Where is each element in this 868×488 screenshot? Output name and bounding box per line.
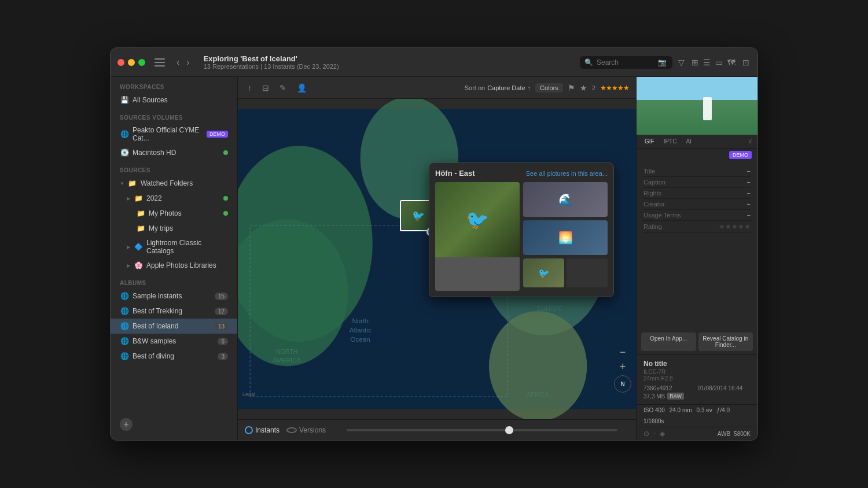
popup-photo-large[interactable]: 🐦 <box>435 182 520 291</box>
sort-direction-icon: ↑ <box>528 84 531 91</box>
photo-info-section: No title ILCE-7R 24mm F2.8 7360x4912 01/… <box>637 354 757 404</box>
zoom-plus-btn[interactable]: + <box>620 361 626 373</box>
search-input[interactable] <box>597 58 654 66</box>
sidebar-item-bw-samples[interactable]: 🌐 B&W samples 6 <box>111 334 237 349</box>
svg-text:Ocean: Ocean <box>351 335 370 343</box>
album-name-4: Best of diving <box>133 352 214 360</box>
album-count-3: 6 <box>218 338 228 345</box>
instants-icon <box>245 426 253 434</box>
grid-view-icon[interactable]: ⊞ <box>690 57 700 68</box>
dimensions: 7360x4912 <box>643 385 697 391</box>
back-button[interactable]: ‹ <box>174 56 182 69</box>
sidebar-toggle-button[interactable] <box>155 58 165 66</box>
add-button[interactable]: + <box>120 418 133 431</box>
map-area[interactable]: North Atlantic Ocean NORTH AMERICA EUROP… <box>238 99 636 419</box>
temp-label: 5800K <box>734 431 751 437</box>
toolbar: ↑ ⊟ ✎ 👤 Sort on Capture Date ↑ Colors ⚑ … <box>238 77 636 99</box>
location-popup: Höfn - East See all pictures in this are… <box>429 162 614 297</box>
expand-icon-2022: ▶ <box>127 196 130 201</box>
upload-icon[interactable]: ↑ <box>245 82 255 94</box>
sidebar-item-best-iceland[interactable]: 🌐 Best of Iceland 13 <box>111 319 237 334</box>
sidebar-item-2022[interactable]: ▶ 📁 2022 <box>111 191 237 206</box>
colors-btn[interactable]: Colors <box>535 83 563 93</box>
meta-key-title: Title <box>643 168 655 175</box>
versions-button[interactable]: Versions <box>286 426 326 434</box>
folder-icon: 📁 <box>128 179 137 188</box>
filter-icon[interactable]: ▽ <box>677 57 686 68</box>
sidebar-item-apple-photos[interactable]: ▶ 🌸 Apple Photos Libraries <box>111 258 237 273</box>
minimize-button[interactable] <box>128 59 135 66</box>
popup-see-all-link[interactable]: See all pictures in this area... <box>526 170 608 177</box>
tab-gif[interactable]: GIF <box>641 137 658 146</box>
reveal-catalog-button[interactable]: Reveal Catalog in Finder... <box>698 332 753 351</box>
popup-photo-coast[interactable]: 🌅 <box>523 220 608 255</box>
sidebar-item-lightroom[interactable]: ▶ 🔷 Lightroom Classic Catalogs <box>111 236 237 258</box>
zoom-slider-track[interactable] <box>347 429 617 431</box>
meta-val-usage: − <box>747 212 751 219</box>
sidebar-item-peakto[interactable]: 🌐 Peakto Official CYME Cat... DEMO <box>111 123 237 145</box>
zoom-minus-btn[interactable]: − <box>620 346 626 358</box>
edit-icon[interactable]: ✎ <box>277 82 289 94</box>
album-count-1: 12 <box>215 308 228 315</box>
sidebar-item-my-trips[interactable]: 📁 My trips <box>111 221 237 236</box>
sidebar-item-all-sources[interactable]: 💾 All Sources <box>111 93 237 108</box>
instants-label: Instants <box>255 426 279 434</box>
popup-photo-puffin2[interactable]: 🐦 <box>523 258 564 287</box>
svg-text:NORTH: NORTH <box>276 348 297 355</box>
rating-min: 2 <box>592 84 595 91</box>
flag-icon[interactable]: ⚑ <box>568 83 575 93</box>
detail-view-icon[interactable]: ☰ <box>702 57 712 68</box>
svg-point-6 <box>489 311 587 419</box>
panel-toggle-icon[interactable]: ⊡ <box>741 57 751 68</box>
meta-key-rating: Rating <box>643 223 662 230</box>
expand-icon-lr: ▶ <box>127 245 130 250</box>
tab-iptc[interactable]: IPTC <box>660 137 681 146</box>
search-bar[interactable]: 🔍 📷 <box>580 56 672 69</box>
sources-label: Sources <box>111 160 237 176</box>
album-count-2: 13 <box>215 323 228 330</box>
popup-photo-arch[interactable]: 🌊 <box>523 182 608 217</box>
compass[interactable]: N <box>614 375 631 393</box>
exif-aperture: ƒ/4.0 <box>717 407 730 413</box>
tab-ai[interactable]: AI <box>682 137 694 146</box>
forward-button[interactable]: › <box>184 56 192 69</box>
close-button[interactable] <box>117 59 124 66</box>
meta-key-caption: Caption <box>643 179 665 186</box>
album-icon-3: 🌐 <box>120 337 129 346</box>
sidebar-item-my-photos[interactable]: 📁 My Photos <box>111 206 237 221</box>
sidebar-item-best-diving[interactable]: 🌐 Best of diving 3 <box>111 349 237 364</box>
sidebar-item-macintosh[interactable]: 💽 Macintosh HD <box>111 145 237 160</box>
rating-stars-empty[interactable]: ★★★★★ <box>719 223 751 231</box>
map-view-icon[interactable]: 🗺 <box>726 57 737 68</box>
sort-field[interactable]: Capture Date <box>487 84 525 91</box>
album-icon-4: 🌐 <box>120 352 129 361</box>
popup-right-col: 🌊 🌅 🐦 <box>523 182 608 287</box>
map-bottom-bar: Instants Versions <box>238 419 636 440</box>
star-filter-icon[interactable]: ★ <box>580 83 587 93</box>
exif-iso: ISO 400 <box>643 407 665 413</box>
meta-row-rating: Rating ★★★★★ <box>643 221 751 233</box>
instants-button[interactable]: Instants <box>245 426 279 434</box>
sort-control: Sort on Capture Date ↑ <box>465 84 531 91</box>
wb-label: AWB <box>718 431 730 437</box>
filmstrip-view-icon[interactable]: ▭ <box>714 57 724 68</box>
table-icon[interactable]: ⊟ <box>259 82 272 94</box>
camera-icon: 📷 <box>658 58 667 66</box>
sidebar-item-sample-instants[interactable]: 🌐 Sample instants 15 <box>111 289 237 304</box>
expand-icon: ▼ <box>120 181 124 186</box>
person-icon[interactable]: 👤 <box>294 82 310 94</box>
album-name-3: B&W samples <box>133 337 214 345</box>
meta-key-creator: Creator <box>643 201 665 208</box>
expand-icon[interactable]: ∨ <box>748 137 753 146</box>
album-icon-2: 🌐 <box>120 321 129 331</box>
exif-focal-mm: 24.0 mm <box>670 407 692 413</box>
zoom-slider-thumb[interactable] <box>505 426 513 434</box>
maximize-button[interactable] <box>138 59 145 66</box>
open-in-app-button[interactable]: Open In App... <box>641 332 696 351</box>
sidebar-item-watched-folders[interactable]: ▼ 📁 Watched Folders <box>111 176 237 191</box>
exif-ev: 0.3 ev <box>697 407 712 413</box>
meta-row-title: Title − <box>643 166 751 177</box>
sidebar-item-best-trekking[interactable]: 🌐 Best of Trekking 12 <box>111 304 237 319</box>
my-photos-icon: 📁 <box>136 209 145 218</box>
color-icon: ◈ <box>660 430 665 438</box>
